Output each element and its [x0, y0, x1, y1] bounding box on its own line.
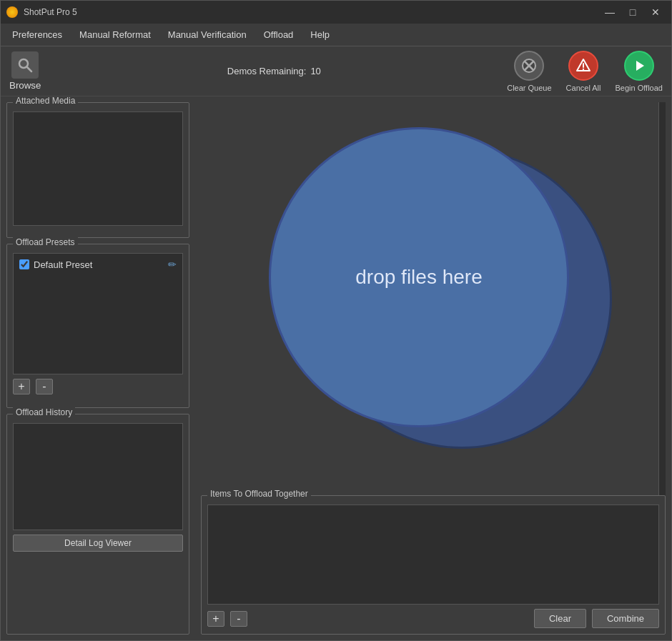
circles-container: drop files here — [255, 120, 612, 477]
media-list — [13, 111, 183, 226]
menu-item-preferences[interactable]: Preferences — [4, 26, 71, 43]
begin-offload-action[interactable]: Begin Offload — [616, 51, 663, 92]
offload-history-panel: Offload History Detail Log Viewer — [6, 414, 189, 635]
add-preset-button[interactable]: + — [13, 379, 30, 394]
toolbar-left: Browse — [9, 51, 41, 91]
menu-item-offload[interactable]: Offload — [255, 26, 302, 43]
offload-together-panel: Items To Offload Together + - Clear Comb… — [201, 495, 666, 635]
cancel-all-label: Cancel All — [566, 84, 601, 92]
attached-media-label: Attached Media — [13, 96, 78, 106]
remove-offload-button[interactable]: - — [230, 611, 247, 627]
drop-zone-area[interactable]: drop files here — [201, 102, 666, 495]
clear-queue-action[interactable]: Clear Queue — [507, 51, 551, 92]
preset-checkbox[interactable] — [19, 259, 29, 269]
browse-label: Browse — [9, 80, 41, 91]
titlebar: ShotPut Pro 5 — □ ✕ — [1, 1, 671, 24]
demos-remaining-area: Demos Remaining: 10 — [227, 66, 321, 76]
offload-footer-left: + - — [207, 611, 247, 627]
begin-offload-label: Begin Offload — [616, 84, 663, 92]
minimize-button[interactable]: — — [600, 5, 620, 19]
presets-footer-btns: + - — [13, 379, 183, 394]
preset-name: Default Preset — [34, 259, 92, 270]
menubar: Preferences Manual Reformat Manual Verif… — [1, 24, 671, 46]
browse-icon — [11, 51, 39, 79]
begin-offload-icon — [624, 51, 654, 81]
clear-queue-icon — [514, 51, 544, 81]
offload-footer-right: Clear Combine — [534, 609, 659, 628]
combine-button[interactable]: Combine — [592, 609, 659, 628]
remove-preset-button[interactable]: - — [36, 379, 53, 394]
svg-point-7 — [583, 68, 584, 69]
attached-media-panel: Attached Media — [6, 102, 189, 238]
offload-list — [207, 505, 659, 605]
toolbar-right: Clear Queue Cancel All B — [507, 51, 663, 92]
preset-list: Default Preset ✏ — [13, 253, 183, 374]
history-list — [13, 423, 183, 530]
drop-files-text: drop files here — [355, 266, 482, 289]
offload-presets-panel: Offload Presets Default Preset ✏ + - — [6, 244, 189, 408]
left-panel: Attached Media Offload Presets Default P… — [1, 96, 195, 640]
offload-presets-label: Offload Presets — [13, 237, 78, 247]
offload-history-label: Offload History — [13, 407, 75, 417]
detail-log-button[interactable]: Detail Log Viewer — [13, 535, 183, 552]
maximize-button[interactable]: □ — [623, 5, 643, 19]
main-area: Attached Media Offload Presets Default P… — [1, 96, 671, 640]
toolbar: Browse Demos Remaining: 10 Clear Queue — [1, 46, 671, 96]
menu-item-manual-verification[interactable]: Manual Verification — [159, 26, 255, 43]
titlebar-controls: — □ ✕ — [600, 5, 666, 19]
app-window: ShotPut Pro 5 — □ ✕ Preferences Manual R… — [0, 0, 672, 641]
clear-queue-label: Clear Queue — [507, 84, 551, 92]
list-item: Default Preset ✏ — [16, 257, 179, 272]
clear-button[interactable]: Clear — [534, 609, 586, 628]
circle-front: drop files here — [269, 127, 569, 427]
add-offload-button[interactable]: + — [207, 611, 224, 627]
browse-button[interactable]: Browse — [9, 51, 41, 91]
svg-line-1 — [27, 67, 32, 72]
menu-item-manual-reformat[interactable]: Manual Reformat — [71, 26, 159, 43]
app-title: ShotPut Pro 5 — [24, 7, 77, 17]
offload-footer: + - Clear Combine — [207, 609, 659, 628]
demos-label: Demos Remaining: — [227, 66, 307, 76]
titlebar-left: ShotPut Pro 5 — [6, 6, 77, 18]
menu-item-help[interactable]: Help — [302, 26, 338, 43]
edit-icon[interactable]: ✏ — [168, 259, 177, 270]
demos-value: 10 — [310, 66, 320, 76]
right-scrollbar[interactable] — [658, 102, 666, 495]
cancel-all-action[interactable]: Cancel All — [566, 51, 601, 92]
app-icon — [6, 6, 18, 18]
cancel-all-icon — [568, 51, 598, 81]
svg-marker-8 — [636, 61, 644, 71]
items-to-offload-label: Items To Offload Together — [207, 489, 311, 499]
close-button[interactable]: ✕ — [646, 5, 666, 19]
right-panel: drop files here Items To Offload Togethe… — [195, 96, 671, 640]
